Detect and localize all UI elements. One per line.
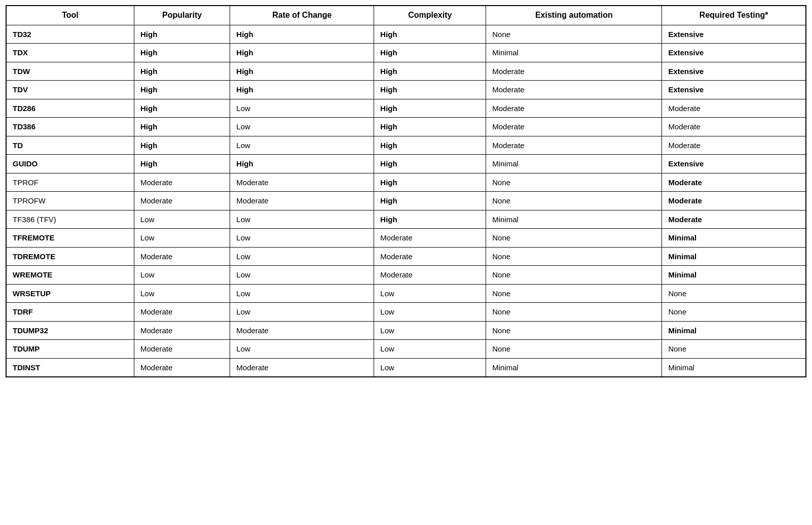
cell-roc: Low xyxy=(230,99,374,118)
cell-ea: None xyxy=(486,192,662,211)
cell-popularity: High xyxy=(134,62,230,81)
cell-rt: Moderate xyxy=(662,192,806,211)
cell-rt: None xyxy=(662,340,806,359)
cell-rt: Minimal xyxy=(662,229,806,248)
table-row: TDXHighHighHighMinimalExtensive xyxy=(6,44,806,62)
cell-ea: None xyxy=(486,266,662,285)
cell-ea: Minimal xyxy=(486,44,662,62)
cell-ea: None xyxy=(486,247,662,266)
cell-tool: TDREMOTE xyxy=(6,247,134,266)
cell-popularity: High xyxy=(134,136,230,155)
cell-tool: WRSETUP xyxy=(6,284,134,303)
cell-ea: None xyxy=(486,229,662,248)
cell-tool: TD386 xyxy=(6,118,134,136)
cell-rt: Extensive xyxy=(662,155,806,173)
col-header-rt: Required Testing* xyxy=(662,6,806,25)
cell-rt: None xyxy=(662,303,806,322)
cell-tool: TDW xyxy=(6,62,134,81)
col-header-ea: Existing automation xyxy=(486,6,662,25)
cell-rt: Extensive xyxy=(662,44,806,62)
cell-ea: Minimal xyxy=(486,155,662,173)
cell-roc: Moderate xyxy=(230,192,374,211)
cell-ea: Minimal xyxy=(486,210,662,229)
cell-complexity: Low xyxy=(374,284,486,303)
col-header-tool: Tool xyxy=(6,6,134,25)
table-row: TDREMOTEModerateLowModerateNoneMinimal xyxy=(6,247,806,266)
cell-complexity: High xyxy=(374,62,486,81)
cell-popularity: High xyxy=(134,155,230,173)
cell-popularity: High xyxy=(134,99,230,118)
cell-rt: Moderate xyxy=(662,173,806,192)
cell-complexity: High xyxy=(374,118,486,136)
cell-ea: None xyxy=(486,303,662,322)
cell-roc: High xyxy=(230,62,374,81)
table-row: WREMOTELowLowModerateNoneMinimal xyxy=(6,266,806,285)
cell-complexity: Low xyxy=(374,303,486,322)
cell-popularity: High xyxy=(134,44,230,62)
cell-complexity: Low xyxy=(374,358,486,377)
col-header-complexity: Complexity xyxy=(374,6,486,25)
cell-rt: Moderate xyxy=(662,136,806,155)
cell-ea: None xyxy=(486,173,662,192)
cell-popularity: Low xyxy=(134,284,230,303)
cell-tool: TD xyxy=(6,136,134,155)
cell-rt: Minimal xyxy=(662,247,806,266)
cell-complexity: High xyxy=(374,210,486,229)
main-container: Tool Popularity Rate of Change Complexit… xyxy=(6,5,806,377)
table-row: GUIDOHighHighHighMinimalExtensive xyxy=(6,155,806,173)
cell-roc: High xyxy=(230,44,374,62)
cell-popularity: Moderate xyxy=(134,340,230,359)
cell-roc: Low xyxy=(230,118,374,136)
table-row: TPROFWModerateModerateHighNoneModerate xyxy=(6,192,806,211)
cell-roc: Moderate xyxy=(230,321,374,340)
col-header-popularity: Popularity xyxy=(134,6,230,25)
cell-roc: High xyxy=(230,81,374,99)
cell-popularity: Moderate xyxy=(134,192,230,211)
cell-roc: Low xyxy=(230,210,374,229)
table-body: TD32HighHighHighNoneExtensiveTDXHighHigh… xyxy=(6,25,806,377)
cell-complexity: High xyxy=(374,25,486,44)
table-row: TD286HighLowHighModerateModerate xyxy=(6,99,806,118)
cell-tool: GUIDO xyxy=(6,155,134,173)
cell-complexity: High xyxy=(374,155,486,173)
cell-complexity: Low xyxy=(374,340,486,359)
cell-roc: Low xyxy=(230,303,374,322)
cell-ea: None xyxy=(486,340,662,359)
table-row: TDUMPModerateLowLowNoneNone xyxy=(6,340,806,359)
cell-popularity: Moderate xyxy=(134,321,230,340)
cell-complexity: High xyxy=(374,136,486,155)
cell-tool: TF386 (TFV) xyxy=(6,210,134,229)
cell-tool: TFREMOTE xyxy=(6,229,134,248)
table-row: TDRFModerateLowLowNoneNone xyxy=(6,303,806,322)
cell-complexity: Moderate xyxy=(374,247,486,266)
header-row: Tool Popularity Rate of Change Complexit… xyxy=(6,6,806,25)
cell-roc: Low xyxy=(230,266,374,285)
cell-rt: Moderate xyxy=(662,99,806,118)
cell-tool: TD286 xyxy=(6,99,134,118)
table-row: TDUMP32ModerateModerateLowNoneMinimal xyxy=(6,321,806,340)
cell-complexity: High xyxy=(374,173,486,192)
cell-complexity: High xyxy=(374,192,486,211)
cell-roc: Low xyxy=(230,136,374,155)
cell-rt: Extensive xyxy=(662,62,806,81)
cell-rt: Minimal xyxy=(662,266,806,285)
cell-tool: TPROF xyxy=(6,173,134,192)
cell-roc: Moderate xyxy=(230,173,374,192)
cell-tool: TDV xyxy=(6,81,134,99)
cell-ea: Moderate xyxy=(486,81,662,99)
cell-roc: Low xyxy=(230,247,374,266)
table-row: TFREMOTELowLowModerateNoneMinimal xyxy=(6,229,806,248)
cell-ea: None xyxy=(486,25,662,44)
cell-roc: Low xyxy=(230,340,374,359)
cell-tool: TDUMP32 xyxy=(6,321,134,340)
cell-tool: TDX xyxy=(6,44,134,62)
cell-rt: Moderate xyxy=(662,118,806,136)
cell-tool: WREMOTE xyxy=(6,266,134,285)
cell-rt: Extensive xyxy=(662,25,806,44)
cell-ea: None xyxy=(486,321,662,340)
table-row: TDHighLowHighModerateModerate xyxy=(6,136,806,155)
table-row: TDINSTModerateModerateLowMinimalMinimal xyxy=(6,358,806,377)
cell-popularity: Low xyxy=(134,266,230,285)
cell-rt: None xyxy=(662,284,806,303)
col-header-roc: Rate of Change xyxy=(230,6,374,25)
